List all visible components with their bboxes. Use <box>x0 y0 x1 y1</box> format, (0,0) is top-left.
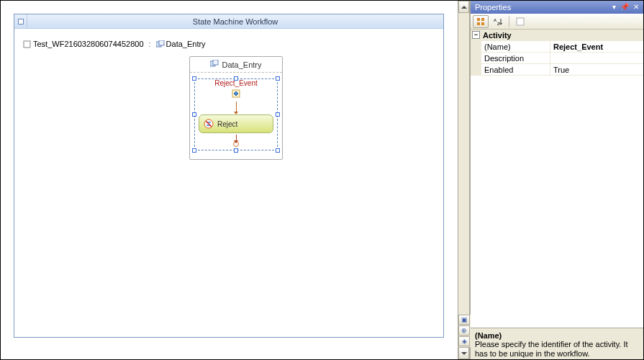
breadcrumb-label: Test_WF216032806074452800 <box>33 40 144 48</box>
event-icon <box>231 89 241 99</box>
description-body: Please specify the identifier of the act… <box>475 340 639 359</box>
alphabetical-button[interactable]: AZ <box>490 15 506 28</box>
resize-handle-s[interactable] <box>234 148 238 153</box>
svg-rect-0 <box>24 41 30 48</box>
workflow-title: State Machine Workflow <box>27 17 443 26</box>
breadcrumb-item-root[interactable]: Test_WF216032806074452800 <box>23 40 144 48</box>
resize-handle-e[interactable] <box>276 112 280 117</box>
activity-reject[interactable]: Reject <box>199 114 273 133</box>
state-icon <box>156 40 164 48</box>
state-node-header: Data_Entry <box>190 57 282 73</box>
properties-toolbar: AZ <box>471 14 643 30</box>
property-name: Enabled <box>481 64 550 75</box>
breadcrumb-separator: : <box>149 40 151 48</box>
workflow-header-corner[interactable] <box>14 14 27 28</box>
properties-titlebar[interactable]: Properties ▾ 📌 ✕ <box>471 1 643 14</box>
state-node-title: Data_Entry <box>222 60 261 69</box>
pan-tool-icon[interactable]: ⊕ <box>458 325 470 336</box>
property-pages-button[interactable] <box>512 15 528 28</box>
properties-description-pane: (Name) Please specify the identifier of … <box>471 328 643 359</box>
breadcrumb-label: Data_Entry <box>166 40 206 48</box>
svg-rect-7 <box>477 18 480 21</box>
state-node-data-entry[interactable]: Data_Entry <box>189 56 283 160</box>
scroll-down-button[interactable] <box>458 347 469 359</box>
close-icon[interactable]: ✕ <box>633 4 639 11</box>
svg-rect-13 <box>517 18 524 25</box>
workflow-icon <box>23 40 31 48</box>
autohide-icon[interactable]: 📌 <box>620 4 629 11</box>
svg-rect-8 <box>481 18 484 21</box>
description-title: (Name) <box>475 331 639 340</box>
resize-handle-sw[interactable] <box>192 148 196 153</box>
svg-rect-4 <box>213 60 218 65</box>
breadcrumb: Test_WF216032806074452800 : Data_Entry <box>23 40 206 48</box>
connector <box>236 102 237 112</box>
event-driven-activity-label[interactable]: Reject_Event <box>195 79 277 87</box>
property-category-label: Activity <box>483 31 512 40</box>
workflow-designer-pane: State Machine Workflow Test_WF2160328060… <box>1 1 458 359</box>
property-value[interactable] <box>550 53 643 63</box>
scroll-up-button[interactable] <box>458 1 469 13</box>
property-name: (Name) <box>481 41 550 52</box>
svg-rect-9 <box>477 22 480 25</box>
property-value[interactable]: True <box>550 64 643 75</box>
svg-text:A: A <box>494 18 496 22</box>
collapse-icon[interactable]: − <box>472 31 480 39</box>
resize-handle-w[interactable] <box>192 112 196 117</box>
state-icon <box>210 60 219 69</box>
pin-icon[interactable]: ▾ <box>612 4 616 11</box>
svg-text:Z: Z <box>497 22 500 26</box>
property-row-enabled[interactable]: Enabled True <box>471 64 643 76</box>
workflow-header: State Machine Workflow <box>14 14 443 29</box>
properties-grid[interactable]: − Activity (Name) Reject_Event Descripti… <box>471 30 643 328</box>
fit-tool-icon[interactable]: ◈ <box>458 336 470 346</box>
property-category-activity[interactable]: − Activity <box>471 30 643 41</box>
zoom-tool-icon[interactable]: ▣ <box>458 315 470 325</box>
state-node-body: Reject_Event <box>194 78 278 150</box>
connector <box>236 135 237 140</box>
properties-title-label: Properties <box>475 3 511 12</box>
resize-handle-se[interactable] <box>276 148 280 153</box>
property-value[interactable]: Reject_Event <box>550 41 643 52</box>
svg-rect-10 <box>481 22 484 25</box>
property-row-name[interactable]: (Name) Reject_Event <box>471 41 643 53</box>
svg-rect-2 <box>159 40 164 45</box>
vertical-scrollbar[interactable]: ▣ ⊕ ◈ <box>458 1 470 359</box>
categorized-button[interactable] <box>473 15 489 28</box>
workflow-canvas[interactable]: State Machine Workflow Test_WF2160328060… <box>14 14 444 338</box>
breadcrumb-item-state[interactable]: Data_Entry <box>156 40 206 48</box>
activity-icon <box>204 119 214 129</box>
activity-label: Reject <box>217 120 237 128</box>
property-row-description[interactable]: Description <box>471 53 643 64</box>
properties-panel: Properties ▾ 📌 ✕ AZ − Activity <box>470 1 643 359</box>
property-name: Description <box>481 53 550 63</box>
